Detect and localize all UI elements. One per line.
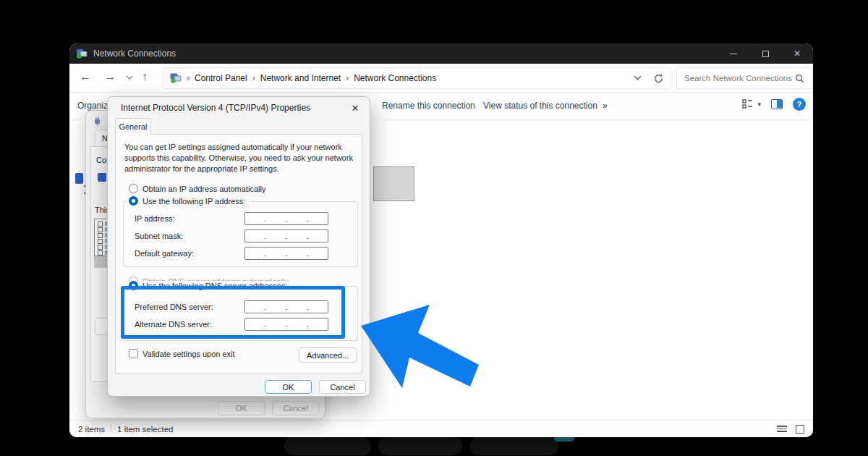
details-view-icon[interactable] xyxy=(777,424,787,434)
background-ghost-button xyxy=(470,436,558,455)
forward-button[interactable]: → xyxy=(104,70,116,83)
item-checkbox-icon[interactable] xyxy=(98,239,103,244)
ethernet-ok-button[interactable]: OK xyxy=(218,401,265,415)
ok-button[interactable]: OK xyxy=(265,380,312,394)
advanced-button[interactable]: Advanced... xyxy=(299,347,357,363)
address-bar: ← → ↑ › Control Panel › Network and Inte… xyxy=(69,64,813,93)
status-divider xyxy=(111,424,111,434)
item-checkbox-icon[interactable] xyxy=(98,227,103,232)
radio-icon-selected xyxy=(129,196,138,206)
back-button[interactable]: ← xyxy=(80,70,91,83)
ethernet-cancel-button[interactable]: Cancel xyxy=(272,401,319,415)
help-icon[interactable]: ? xyxy=(793,98,806,111)
item-checkbox-icon[interactable] xyxy=(98,250,103,256)
dot: . xyxy=(264,232,266,240)
dialog-close-button[interactable]: ✕ xyxy=(346,101,364,115)
dot: . xyxy=(307,232,309,240)
dot: . xyxy=(264,214,266,223)
breadcrumb-network-and-internet[interactable]: Network and Internet xyxy=(260,73,341,83)
search-placeholder: Search Network Connections xyxy=(684,74,792,83)
default-gateway-label: Default gateway: xyxy=(135,249,194,258)
dot: . xyxy=(285,249,287,258)
view-options-icon xyxy=(742,99,754,109)
screen: Network Connections ✕ ← → ↑ › xyxy=(0,0,868,456)
minimize-button[interactable] xyxy=(718,43,749,64)
recent-pages-chevron-icon[interactable] xyxy=(126,75,133,80)
more-commands-chevron[interactable]: » xyxy=(603,101,608,111)
radio-use-ip[interactable]: Use the following IP address: xyxy=(127,196,250,206)
minimize-icon xyxy=(730,54,737,54)
dot: . xyxy=(264,249,266,258)
location-icon xyxy=(170,72,182,84)
dot: . xyxy=(307,249,309,258)
background-ghost-button xyxy=(378,436,462,455)
breadcrumb-separator: › xyxy=(187,73,190,83)
maximize-button[interactable] xyxy=(749,43,781,64)
selected-count: 1 item selected xyxy=(117,425,173,434)
breadcrumb-control-panel[interactable]: Control Panel xyxy=(195,73,247,83)
maximize-icon xyxy=(762,51,769,57)
breadcrumb[interactable]: › Control Panel › Network and Internet ›… xyxy=(163,67,671,89)
breadcrumb-separator: › xyxy=(346,73,349,83)
arrow-shape xyxy=(361,305,479,388)
selected-connection-item[interactable] xyxy=(373,166,414,201)
network-connections-icon xyxy=(76,48,88,59)
close-icon: ✕ xyxy=(793,49,801,58)
search-icon xyxy=(795,74,804,83)
radio-icon xyxy=(129,184,138,193)
item-checkbox-icon[interactable] xyxy=(98,233,103,238)
view-status-link[interactable]: View status of this connection xyxy=(483,101,597,111)
breadcrumb-network-connections[interactable]: Network Connections xyxy=(354,73,436,83)
preview-pane-icon[interactable] xyxy=(771,99,783,109)
subnet-mask-input[interactable]: ... xyxy=(244,229,328,242)
adapter-plug-icon xyxy=(93,116,102,126)
checkbox-label: Validate settings upon exit xyxy=(142,350,235,358)
network-adapter-icon xyxy=(75,173,83,184)
ip-address-input[interactable]: ... xyxy=(244,212,328,225)
refresh-icon[interactable] xyxy=(653,73,664,84)
rename-connection-link[interactable]: Rename this connection xyxy=(382,101,475,111)
search-input[interactable]: Search Network Connections xyxy=(676,67,812,89)
dns-section-highlight-box xyxy=(121,286,345,339)
close-button[interactable]: ✕ xyxy=(781,43,813,64)
subnet-mask-label: Subnet mask: xyxy=(135,232,183,240)
ip-address-label: IP address: xyxy=(135,214,174,223)
adapter-icon xyxy=(98,173,106,182)
radio-label: Obtain an IP address automatically xyxy=(142,185,265,193)
intro-text: You can get IP settings assigned automat… xyxy=(124,142,357,174)
item-checkbox-icon[interactable] xyxy=(98,221,103,227)
window-title: Network Connections xyxy=(93,48,176,59)
view-options-button[interactable]: ▾ xyxy=(742,99,761,109)
up-button[interactable]: ↑ xyxy=(142,70,148,83)
tab-general[interactable]: General xyxy=(115,118,151,135)
default-gateway-input[interactable]: ... xyxy=(244,247,328,260)
view-options-caret-icon: ▾ xyxy=(757,101,761,108)
items-count: 2 items xyxy=(78,425,105,434)
checkbox-icon xyxy=(129,349,138,358)
radio-obtain-ip[interactable]: Obtain an IP address automatically xyxy=(129,184,265,193)
item-checkbox-icon[interactable] xyxy=(98,245,103,250)
validate-settings-checkbox[interactable]: Validate settings upon exit xyxy=(129,349,235,358)
address-dropdown-icon[interactable] xyxy=(634,75,642,81)
dot: . xyxy=(307,214,309,223)
background-ghost-button xyxy=(284,436,371,455)
dot: . xyxy=(285,214,287,223)
pointer-arrow-annotation xyxy=(353,297,485,394)
status-bar: 2 items 1 item selected xyxy=(69,420,813,437)
title-bar: Network Connections ✕ xyxy=(69,43,813,64)
radio-label: Use the following IP address: xyxy=(142,197,245,206)
breadcrumb-separator: › xyxy=(252,73,255,83)
ipv4-properties-dialog: Internet Protocol Version 4 (TCP/IPv4) P… xyxy=(107,96,370,397)
large-icons-view-icon[interactable] xyxy=(796,425,804,434)
dot: . xyxy=(285,232,287,240)
dialog-title: Internet Protocol Version 4 (TCP/IPv4) P… xyxy=(121,103,310,113)
